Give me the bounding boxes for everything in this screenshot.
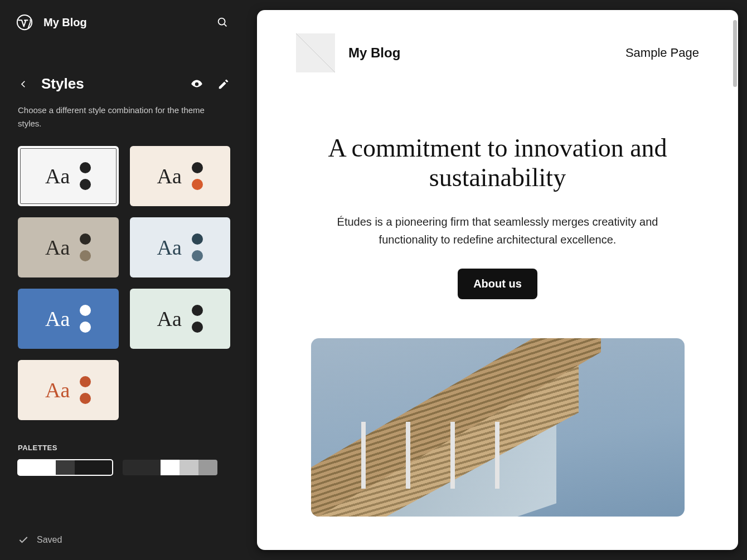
site-title[interactable]: My Blog xyxy=(43,16,202,29)
style-variation-card[interactable]: Aa xyxy=(18,217,119,277)
site-logo-placeholder[interactable] xyxy=(296,33,335,72)
style-aa-sample: Aa xyxy=(157,237,182,258)
style-color-dots xyxy=(80,305,91,333)
svg-point-0 xyxy=(17,15,32,30)
style-variation-card[interactable]: Aa xyxy=(130,146,231,206)
style-variation-card[interactable]: Aa xyxy=(18,146,119,206)
check-icon xyxy=(18,534,29,546)
style-color-dots xyxy=(192,233,203,261)
edit-styles-button[interactable] xyxy=(216,76,231,92)
hero-heading[interactable]: A commitment to innovation and sustainab… xyxy=(319,134,676,193)
sidebar-footer: Saved xyxy=(0,520,248,560)
preview-site-header: My Blog Sample Page xyxy=(257,10,738,72)
stylebook-toggle-button[interactable] xyxy=(189,76,205,92)
style-aa-sample: Aa xyxy=(45,308,70,329)
hero-image[interactable] xyxy=(311,338,685,517)
back-button[interactable] xyxy=(17,77,30,91)
search-button[interactable] xyxy=(212,12,232,32)
preview-nav-link[interactable]: Sample Page xyxy=(625,46,699,60)
preview-hero: A commitment to innovation and sustainab… xyxy=(257,72,738,517)
panel-title: Styles xyxy=(41,75,178,92)
panel-description: Choose a different style combination for… xyxy=(0,104,248,130)
style-color-dots xyxy=(80,376,91,404)
save-status: Saved xyxy=(37,535,62,545)
palette-swatch[interactable] xyxy=(123,460,217,475)
style-color-dots xyxy=(192,162,203,190)
style-variation-card[interactable]: Aa xyxy=(18,360,119,420)
palettes-section-label: PALETTES xyxy=(18,444,230,452)
style-aa-sample: Aa xyxy=(45,237,70,258)
wordpress-logo-icon[interactable] xyxy=(16,13,33,31)
hero-subheading[interactable]: Études is a pioneering firm that seamles… xyxy=(314,213,682,249)
svg-point-1 xyxy=(219,18,225,25)
panel-header-actions xyxy=(189,76,231,92)
palettes-row xyxy=(18,460,230,475)
preview-site-title[interactable]: My Blog xyxy=(348,45,612,61)
style-aa-sample: Aa xyxy=(157,308,182,329)
style-aa-sample: Aa xyxy=(45,165,70,187)
style-color-dots xyxy=(80,233,91,261)
style-variation-card[interactable]: Aa xyxy=(130,217,231,277)
site-preview-frame[interactable]: My Blog Sample Page A commitment to inno… xyxy=(257,10,738,550)
preview-wrap: My Blog Sample Page A commitment to inno… xyxy=(248,0,747,560)
style-color-dots xyxy=(80,162,91,190)
styles-panel-header: Styles xyxy=(0,45,248,104)
style-variations-grid: AaAaAaAaAaAaAa xyxy=(18,146,230,420)
site-editor-sidebar: My Blog Styles xyxy=(0,0,248,560)
preview-scrollbar[interactable] xyxy=(733,20,737,87)
sidebar-top-bar: My Blog xyxy=(0,0,248,45)
style-color-dots xyxy=(192,305,203,333)
style-aa-sample: Aa xyxy=(157,165,182,187)
palette-swatch[interactable] xyxy=(18,460,113,475)
style-aa-sample: Aa xyxy=(45,379,70,401)
style-variation-card[interactable]: Aa xyxy=(130,289,231,349)
hero-cta-button[interactable]: About us xyxy=(458,269,537,299)
styles-scroll-area: AaAaAaAaAaAaAa PALETTES xyxy=(0,146,248,520)
style-variation-card[interactable]: Aa xyxy=(18,289,119,349)
